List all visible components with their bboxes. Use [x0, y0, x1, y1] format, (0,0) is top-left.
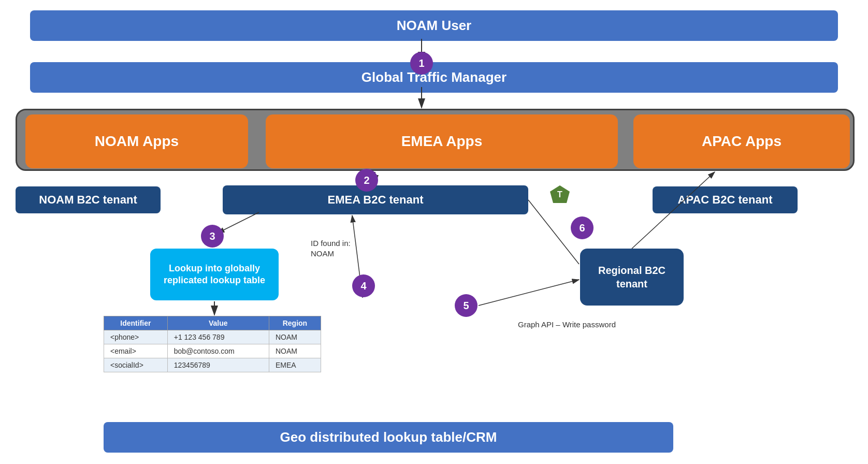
- bubble-3: 3: [201, 225, 224, 248]
- table-cell: NOAM: [269, 330, 321, 344]
- table-header-region: Region: [269, 316, 321, 330]
- id-found-label: ID found in: NOAM: [311, 238, 351, 258]
- bubble-1: 1: [410, 52, 433, 75]
- table-cell: <email>: [104, 344, 168, 358]
- gtm-bar: Global Traffic Manager: [30, 62, 838, 93]
- table-cell: +1 123 456 789: [167, 330, 269, 344]
- table-cell: bob@contoso.com: [167, 344, 269, 358]
- diagram-container: NOAM User 1 Global Traffic Manager NOAM …: [0, 0, 868, 464]
- table-cell: EMEA: [269, 358, 321, 372]
- emea-tenant-label: EMEA B2C tenant: [223, 185, 528, 214]
- bubble-6: 6: [571, 216, 594, 239]
- table-cell: <socialId>: [104, 358, 168, 372]
- bubble-4: 4: [352, 274, 375, 297]
- svg-line-6: [218, 212, 259, 233]
- table-header-identifier: Identifier: [104, 316, 168, 330]
- pentagon-t-icon: T: [549, 184, 571, 205]
- table-row: <phone>+1 123 456 789NOAM: [104, 330, 321, 344]
- gtm-label: Global Traffic Manager: [361, 69, 507, 85]
- table-cell: NOAM: [269, 344, 321, 358]
- table-header-value: Value: [167, 316, 269, 330]
- bubble-2: 2: [355, 169, 378, 192]
- bubble-5: 5: [455, 294, 478, 317]
- table-row: <socialId>123456789EMEA: [104, 358, 321, 372]
- noam-user-label: NOAM User: [397, 18, 471, 33]
- svg-line-9: [479, 280, 579, 306]
- table-cell: <phone>: [104, 330, 168, 344]
- noam-tenant-label: NOAM B2C tenant: [16, 186, 161, 213]
- emea-apps-box: EMEA Apps: [266, 114, 618, 168]
- graph-api-label: Graph API – Write password: [518, 320, 616, 329]
- table-row: <email>bob@contoso.comNOAM: [104, 344, 321, 358]
- lookup-box: Lookup into globally replicated lookup t…: [150, 249, 279, 300]
- geo-bar: Geo distributed lookup table/CRM: [104, 422, 673, 453]
- noam-apps-box: NOAM Apps: [25, 114, 248, 168]
- apac-tenant-label: APAC B2C tenant: [653, 186, 798, 213]
- table-cell: 123456789: [167, 358, 269, 372]
- regional-b2c-box: Regional B2C tenant: [580, 249, 684, 306]
- apps-container: NOAM Apps EMEA Apps APAC Apps: [16, 109, 855, 171]
- lookup-table: Identifier Value Region <phone>+1 123 45…: [104, 316, 321, 372]
- svg-text:T: T: [557, 190, 562, 199]
- apac-apps-box: APAC Apps: [633, 114, 850, 168]
- noam-user-bar: NOAM User: [30, 10, 838, 41]
